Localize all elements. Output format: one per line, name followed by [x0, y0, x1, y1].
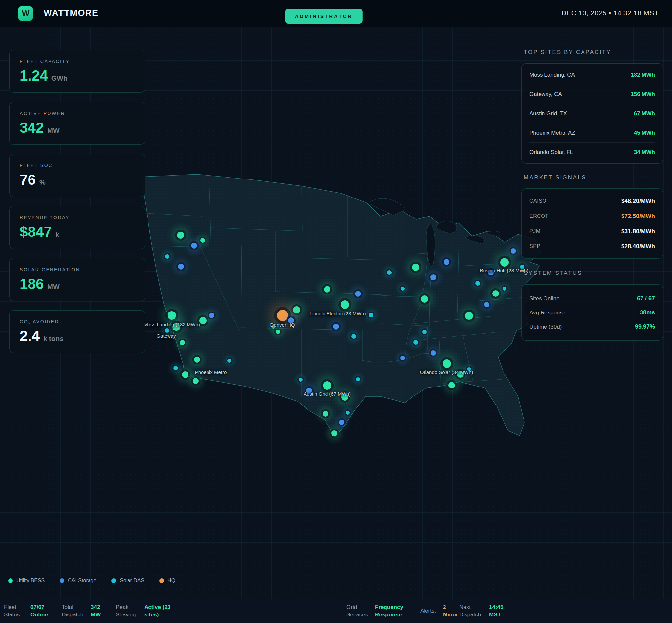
- top-site-row[interactable]: Gateway, CA156 MWh: [529, 85, 655, 104]
- kpi-column: FLEET CAPACITY1.24GWhACTIVE POWER342MWFL…: [9, 50, 145, 353]
- kpi-value-row: $847k: [20, 225, 145, 239]
- top-sites-panel: Moss Landing, CA182 MWhGateway, CA156 MW…: [521, 63, 663, 164]
- site-dot-ci[interactable]: [355, 291, 361, 297]
- site-dot-bess[interactable]: [323, 381, 331, 390]
- market-price: $31.80/MWh: [621, 228, 655, 235]
- site-dot-ci[interactable]: [511, 248, 516, 254]
- top-bar: W WATTMORE ADMINISTRATOR DEC 10, 2025 • …: [0, 0, 672, 27]
- map-site-label: Boston Hub (28 MWh): [480, 268, 528, 273]
- site-dot-bess[interactable]: [493, 290, 499, 297]
- statusbar-value: Frequency Response: [375, 604, 408, 619]
- site-dot-das[interactable]: [352, 334, 356, 339]
- site-dot-ci[interactable]: [178, 264, 184, 270]
- market-signal-row: ERCOT$72.50/MWh: [529, 209, 655, 224]
- kpi-card-co-avoided: CO₂ AVOIDED2.4k tons: [9, 310, 145, 353]
- site-dot-ci[interactable]: [339, 420, 344, 425]
- site-dot-ci[interactable]: [400, 356, 405, 360]
- legend-label: Solar DAS: [120, 578, 144, 584]
- statusbar-label: Grid Services:: [346, 604, 371, 619]
- kpi-label: FLEET CAPACITY: [20, 59, 145, 64]
- site-dot-das[interactable]: [346, 411, 350, 415]
- site-dot-ci[interactable]: [191, 243, 197, 248]
- market-name: CAISO: [529, 198, 547, 204]
- role-badge: ADMINISTRATOR: [285, 9, 363, 24]
- site-dot-bess[interactable]: [331, 431, 337, 436]
- site-dot-bess[interactable]: [324, 286, 330, 293]
- top-site-row[interactable]: Moss Landing, CA182 MWh: [529, 65, 655, 85]
- site-dot-das[interactable]: [299, 378, 303, 382]
- site-dot-bess[interactable]: [448, 382, 455, 388]
- site-dot-das[interactable]: [165, 328, 169, 333]
- site-dot-bess[interactable]: [276, 329, 280, 334]
- site-capacity-value: 182 MWh: [631, 72, 655, 78]
- site-dot-bess[interactable]: [168, 311, 176, 320]
- site-dot-bess[interactable]: [199, 317, 206, 324]
- site-capacity-value: 67 MWh: [634, 110, 655, 117]
- top-site-row[interactable]: Austin Grid, TX67 MWh: [529, 104, 655, 123]
- legend-item-ci: C&I Storage: [60, 578, 96, 584]
- statusbar-item-fleet-status: Fleet Status:67/67 Online: [4, 604, 52, 619]
- statusbar-item-next-dispatch: Next Dispatch:14:45 MST: [459, 604, 508, 619]
- site-dot-bess[interactable]: [323, 411, 329, 417]
- site-dot-das[interactable]: [227, 359, 231, 363]
- site-dot-bess[interactable]: [182, 372, 189, 378]
- top-site-row[interactable]: Phoenix Metro, AZ45 MWh: [529, 123, 655, 143]
- map-site-label: Phoenix Metro: [195, 369, 227, 375]
- site-dot-das[interactable]: [400, 287, 404, 291]
- map-site-label: Austin Grid (67 MWh): [304, 391, 351, 397]
- system-status-header: SYSTEM STATUS: [524, 270, 665, 276]
- system-status-row: Uptime (30d)99.97%: [529, 320, 655, 334]
- site-dot-ci[interactable]: [431, 351, 436, 356]
- site-dot-das[interactable]: [475, 281, 480, 286]
- site-dot-bess[interactable]: [465, 312, 473, 320]
- kpi-label: REVENUE TODAY: [20, 215, 145, 220]
- site-dot-bess[interactable]: [412, 264, 419, 271]
- site-dot-das[interactable]: [422, 329, 427, 334]
- kpi-label: CO₂ AVOIDED: [20, 319, 145, 324]
- kpi-value: 2.4: [20, 329, 40, 343]
- site-dot-bess[interactable]: [341, 300, 349, 309]
- site-dot-bess[interactable]: [179, 340, 185, 345]
- kpi-unit: k: [55, 231, 59, 238]
- site-dot-ci[interactable]: [430, 274, 436, 280]
- top-site-row[interactable]: Orlando Solar, FL34 MWh: [529, 143, 655, 162]
- legend-bess-dot-icon: [8, 578, 13, 583]
- site-dot-ci[interactable]: [333, 324, 339, 329]
- logo-letter: W: [22, 9, 29, 18]
- site-dot-bess[interactable]: [443, 359, 451, 368]
- market-signal-row: CAISO$48.20/MWh: [529, 194, 655, 209]
- legend-hq-dot-icon: [159, 578, 164, 583]
- site-dot-bess[interactable]: [193, 378, 199, 384]
- site-dot-das[interactable]: [356, 377, 360, 381]
- legend-das-dot-icon: [111, 578, 116, 583]
- kpi-value: $847: [20, 225, 52, 239]
- status-value: 67 / 67: [637, 295, 655, 302]
- site-dot-das[interactable]: [173, 366, 178, 370]
- kpi-unit: MW: [47, 126, 59, 134]
- site-dot-bess[interactable]: [421, 295, 428, 303]
- site-dot-hq[interactable]: [277, 310, 288, 321]
- site-dot-bess[interactable]: [200, 238, 205, 243]
- map-site-label: Denver HQ: [270, 322, 295, 328]
- site-dot-das[interactable]: [165, 254, 169, 259]
- kpi-value-row: 342MW: [20, 121, 145, 135]
- market-name: PJM: [529, 228, 540, 234]
- kpi-value: 342: [20, 121, 44, 135]
- kpi-unit: MW: [47, 283, 59, 291]
- status-name: Sites Online: [529, 295, 560, 302]
- site-dot-bess[interactable]: [500, 258, 509, 267]
- site-dot-ci[interactable]: [484, 302, 489, 307]
- site-dot-das[interactable]: [387, 270, 392, 275]
- site-dot-bess[interactable]: [194, 357, 200, 363]
- system-status-row: Avg Response38ms: [529, 306, 655, 320]
- site-dot-bess[interactable]: [293, 306, 300, 314]
- site-dot-das[interactable]: [413, 340, 418, 345]
- statusbar-value: 2 Minor: [443, 604, 459, 619]
- site-dot-das[interactable]: [503, 287, 506, 291]
- site-dot-bess[interactable]: [177, 232, 184, 239]
- site-name: Orlando Solar, FL: [529, 149, 573, 156]
- site-dot-das[interactable]: [369, 313, 373, 317]
- app-title: WATTMORE: [44, 8, 99, 18]
- site-dot-ci[interactable]: [209, 313, 214, 318]
- site-dot-ci[interactable]: [444, 259, 449, 265]
